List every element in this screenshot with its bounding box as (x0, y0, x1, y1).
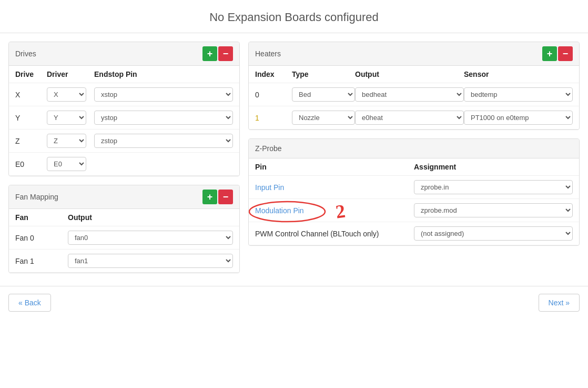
drives-col-endstop: Endstop Pin (94, 70, 233, 78)
page-title: No Expansion Boards configured (0, 0, 588, 33)
left-panel: Drives + − Drive Driver Endstop Pin X XY… (8, 42, 240, 273)
heaters-add-button[interactable]: + (542, 46, 557, 61)
pwm-control-select[interactable]: (not assigned) (414, 226, 573, 241)
fan-table-header: Fan Output (9, 209, 239, 226)
fan0-output-select[interactable]: fan0fan1fan2 (68, 231, 233, 245)
heaters-col-sensor: Sensor (464, 70, 573, 78)
table-row: E0 XYZE0 (9, 153, 239, 176)
table-row: Fan 0 fan0fan1fan2 (9, 226, 239, 250)
pwm-control-label: PWM Control Channel (BLTouch only) (255, 230, 414, 238)
heaters-card-header: Heaters + − (249, 42, 579, 66)
heater1-index: 1 (255, 114, 292, 122)
table-row: X XYZE0 xstopystopzstopnone (9, 83, 239, 106)
heaters-table-header: Index Type Output Sensor (249, 66, 579, 83)
heater1-sensor-select[interactable]: bedtempPT1000 on e0temp (464, 111, 573, 125)
drive-x-driver-wrapper: XYZE0 (47, 87, 94, 102)
heaters-col-index: Index (255, 70, 292, 78)
heaters-card: Heaters + − Index Type Output Sensor 0 B… (248, 42, 580, 130)
drive-e0-driver-select[interactable]: XYZE0 (47, 157, 86, 171)
drive-e0-driver-wrapper: XYZE0 (47, 157, 94, 171)
modulation-pin-select[interactable]: zprobe.mod (414, 203, 573, 217)
fan0-label: Fan 0 (15, 234, 68, 242)
back-button[interactable]: « Back (8, 294, 51, 312)
drive-z-driver-wrapper: XYZE0 (47, 134, 94, 148)
heater0-index: 0 (255, 91, 292, 99)
drives-btn-group: + − (202, 46, 233, 61)
drive-x-label: X (15, 91, 47, 99)
fan-col-output: Output (68, 213, 233, 222)
drive-z-endstop-select[interactable]: xstopystopzstopnone (94, 134, 233, 148)
drive-z-driver-select[interactable]: XYZE0 (47, 134, 86, 148)
zprobe-card: Z-Probe Pin Assignment Input Pin zprobe.… (248, 138, 580, 246)
fan-remove-button[interactable]: − (218, 190, 233, 204)
heater1-type-select[interactable]: BedNozzle (292, 111, 355, 125)
fan-mapping-card: Fan Mapping + − Fan Output Fan 0 fan0fan… (8, 185, 240, 273)
heaters-col-type: Type (292, 70, 355, 78)
heaters-title: Heaters (255, 49, 281, 58)
drive-y-endstop-select[interactable]: xstopystopzstopnone (94, 111, 233, 125)
drives-col-drive: Drive (15, 70, 47, 78)
fan1-label: Fan 1 (15, 257, 68, 265)
drive-y-driver-wrapper: XYZE0 (47, 111, 94, 125)
drives-table-header: Drive Driver Endstop Pin (9, 66, 239, 83)
zprobe-col-pin: Pin (255, 163, 414, 171)
input-pin-label: Input Pin (255, 183, 414, 192)
heater0-sensor-select[interactable]: bedtempPT1000 on e0temp (464, 87, 573, 102)
heaters-btn-group: + − (542, 46, 573, 61)
svg-text:2: 2 (334, 200, 347, 222)
table-row: Y XYZE0 xstopystopzstopnone (9, 106, 239, 130)
fan1-output-select[interactable]: fan0fan1fan2 (68, 254, 233, 268)
main-content: Drives + − Drive Driver Endstop Pin X XY… (0, 33, 588, 282)
next-button[interactable]: Next » (539, 294, 580, 312)
modulation-pin-label: Modulation Pin (255, 206, 304, 215)
drives-remove-button[interactable]: − (218, 46, 233, 61)
heaters-col-output: Output (355, 70, 464, 78)
drive-x-driver-select[interactable]: XYZE0 (47, 87, 86, 102)
drive-z-label: Z (15, 137, 47, 145)
fan-col-fan: Fan (15, 213, 68, 222)
table-row: Fan 1 fan0fan1fan2 (9, 250, 239, 273)
fan-card-header: Fan Mapping + − (9, 185, 239, 209)
drive-x-endstop-select[interactable]: xstopystopzstopnone (94, 87, 233, 102)
zprobe-table-header: Pin Assignment (249, 158, 579, 176)
table-row: 1 BedNozzle bedheate0heat bedtempPT1000 … (249, 106, 579, 130)
table-row: Z XYZE0 xstopystopzstopnone (9, 130, 239, 153)
table-row: PWM Control Channel (BLTouch only) (not … (249, 222, 579, 245)
heater0-output-select[interactable]: bedheate0heat (355, 87, 464, 102)
zprobe-col-assignment: Assignment (414, 163, 573, 171)
heater1-output-select[interactable]: bedheate0heat (355, 111, 464, 125)
heaters-remove-button[interactable]: − (558, 46, 573, 61)
drive-y-driver-select[interactable]: XYZE0 (47, 111, 86, 125)
table-row: Modulation Pin 2 zprobe.mod (249, 199, 579, 222)
zprobe-title: Z-Probe (249, 139, 579, 158)
drive-e0-label: E0 (15, 160, 47, 168)
drive-y-label: Y (15, 114, 47, 122)
right-panel: Heaters + − Index Type Output Sensor 0 B… (248, 42, 580, 246)
fan-add-button[interactable]: + (202, 190, 217, 204)
drives-add-button[interactable]: + (202, 46, 217, 61)
drives-card: Drives + − Drive Driver Endstop Pin X XY… (8, 42, 240, 176)
modulation-pin-wrapper: Modulation Pin 2 (255, 206, 414, 215)
heater0-type-select[interactable]: BedNozzle (292, 87, 355, 102)
footer: « Back Next » (0, 286, 588, 319)
table-row: 0 BedNozzle bedheate0heat bedtempPT1000 … (249, 83, 579, 106)
drives-col-driver: Driver (47, 70, 94, 78)
drives-card-header: Drives + − (9, 42, 239, 66)
fan-title: Fan Mapping (15, 193, 58, 201)
table-row: Input Pin zprobe.in (249, 176, 579, 199)
fan-btn-group: + − (202, 190, 233, 204)
input-pin-select[interactable]: zprobe.in (414, 180, 573, 194)
annotation-number-svg: 2 (333, 197, 359, 226)
drives-title: Drives (15, 49, 36, 58)
